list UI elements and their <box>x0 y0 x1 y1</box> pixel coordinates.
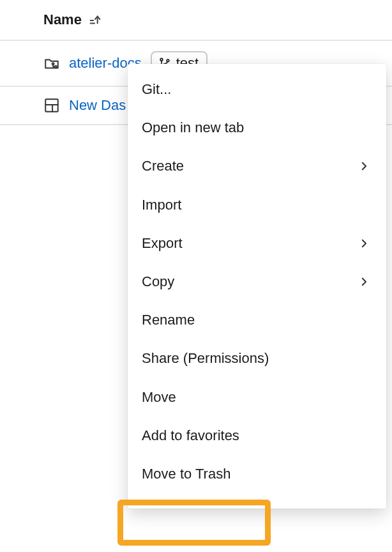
column-header-label: Name <box>43 12 82 28</box>
menu-item-add-favorites[interactable]: Add to favorites <box>128 417 386 455</box>
sort-icon[interactable] <box>88 13 102 27</box>
menu-item-label: Move to Trash <box>142 466 230 482</box>
menu-item-create[interactable]: Create <box>128 147 386 185</box>
chevron-right-icon <box>358 276 370 288</box>
menu-item-label: Move <box>142 390 176 405</box>
column-header[interactable]: Name <box>0 0 392 40</box>
menu-item-label: Rename <box>142 312 195 328</box>
menu-item-label: Import <box>142 197 181 213</box>
chevron-right-icon <box>358 238 370 249</box>
context-menu: Git... Open in new tab Create Import Exp… <box>128 64 386 509</box>
menu-item-rename[interactable]: Rename <box>128 301 386 339</box>
menu-item-copy[interactable]: Copy <box>128 263 386 301</box>
menu-item-label: Git... <box>142 82 171 97</box>
item-name[interactable]: New Dashboard <box>69 97 126 114</box>
menu-item-label: Add to favorites <box>142 428 239 443</box>
menu-item-move-to-trash[interactable]: Move to Trash <box>128 455 386 493</box>
menu-item-label: Copy <box>142 274 174 289</box>
menu-item-open-new-tab[interactable]: Open in new tab <box>128 109 386 147</box>
chevron-right-icon <box>358 160 370 172</box>
menu-item-share[interactable]: Share (Permissions) <box>128 339 386 378</box>
menu-item-git[interactable]: Git... <box>128 70 386 109</box>
menu-item-move[interactable]: Move <box>128 378 386 417</box>
menu-item-label: Create <box>142 158 184 174</box>
menu-item-import[interactable]: Import <box>128 186 386 224</box>
menu-item-label: Export <box>142 236 183 251</box>
git-folder-icon <box>43 55 60 72</box>
menu-item-label: Open in new tab <box>142 120 244 135</box>
svg-rect-8 <box>45 99 58 112</box>
menu-item-label: Share (Permissions) <box>142 351 269 366</box>
menu-item-export[interactable]: Export <box>128 224 386 263</box>
dashboard-icon <box>43 97 60 114</box>
